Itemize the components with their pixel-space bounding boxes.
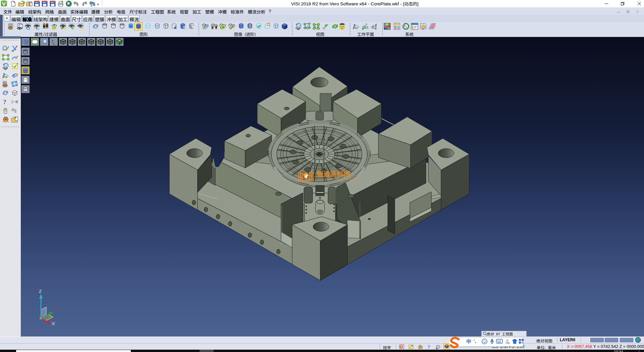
svg-text:?: ?	[428, 345, 430, 349]
svg-text:?: ?	[3, 98, 6, 105]
svg-text:Y: Y	[55, 306, 58, 311]
svg-text:Z: Z	[39, 290, 42, 294]
